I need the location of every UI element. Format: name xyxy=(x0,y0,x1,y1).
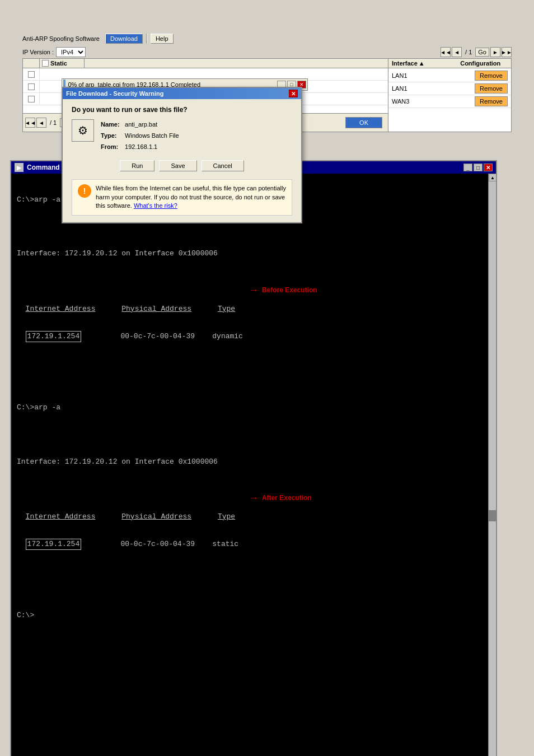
cmd-blank-8 xyxy=(17,718,477,729)
static-header-label: Static xyxy=(50,60,67,67)
warning-link[interactable]: What's the risk? xyxy=(134,202,177,209)
remove-button-2[interactable]: Remove xyxy=(475,83,508,94)
checkbox-2[interactable] xyxy=(28,83,35,90)
interface-name-2: LAN1 xyxy=(392,85,470,92)
file-details: Name: anti_arp.bat Type: Windows Batch F… xyxy=(101,119,179,152)
run-button[interactable]: Run xyxy=(120,160,154,171)
cmd-close-button[interactable]: ✕ xyxy=(484,164,493,171)
cmd-blank-3 xyxy=(17,430,477,440)
cmd-prompt-3: C:\> xyxy=(17,610,477,620)
cancel-button[interactable]: Cancel xyxy=(202,160,244,171)
right-panel-header: Interface ▲ Configuration xyxy=(388,59,511,68)
cmd-before-table-left: Internet Address Physical Address Type 1… xyxy=(17,287,243,359)
cmd-window-icon: ▶ xyxy=(15,163,24,172)
cmd-minimize-button[interactable]: _ xyxy=(463,164,472,171)
nav-prev-button[interactable]: ◄ xyxy=(452,47,462,57)
cmd-body[interactable]: C:\>arp -a Interface: 172.19.20.12 on In… xyxy=(11,174,488,756)
file-type-row: Type: Windows Batch File xyxy=(101,130,179,142)
dialog-close-button[interactable]: ✕ xyxy=(289,90,298,97)
bottom-page-info: / 1 xyxy=(48,119,59,126)
page-info: / 1 xyxy=(463,49,474,55)
checkbox-1[interactable] xyxy=(28,71,35,78)
cmd-before-table-container: Internet Address Physical Address Type 1… xyxy=(17,284,477,359)
cmd-restore-button[interactable]: □ xyxy=(474,164,483,171)
scrollbar-up-arrow[interactable]: ▲ xyxy=(489,174,496,181)
cmd-blank-6 xyxy=(17,665,477,675)
file-type-value: Windows Batch File xyxy=(125,132,179,139)
remove-button-3[interactable]: Remove xyxy=(475,96,508,106)
nav-controls: ◄◄ ◄ / 1 Go ► ►► xyxy=(441,47,512,57)
download-menu-button[interactable]: Download xyxy=(105,34,143,44)
dialog-warning: ! While files from the Internet can be u… xyxy=(72,179,292,215)
row-checkbox-1[interactable] xyxy=(23,68,40,80)
nav-last-button[interactable]: ►► xyxy=(502,47,512,57)
ip-version-dropdown[interactable]: IPv4 xyxy=(56,47,86,57)
warning-icon: ! xyxy=(78,184,91,198)
right-panel: Interface ▲ Configuration LAN1 Remove LA… xyxy=(388,59,511,132)
th-static: Static xyxy=(40,59,85,68)
dialog-title: File Download - Security Warning xyxy=(66,90,163,97)
file-name-value: anti_arp.bat xyxy=(125,121,157,128)
after-execution-annotation: → After Execution xyxy=(249,492,312,504)
cmd-after-table-left: Internet Address Physical Address Type 1… xyxy=(17,495,243,567)
right-panel-rows: LAN1 Remove LAN1 Remove WAN3 Remove xyxy=(388,68,511,109)
cmd-interface-2: Interface: 172.19.20.12 on Interface 0x1… xyxy=(17,457,477,467)
cmd-after-table-container: Internet Address Physical Address Type 1… xyxy=(17,492,477,567)
nav-next-button[interactable]: ► xyxy=(490,47,500,57)
cmd-blank-4 xyxy=(17,584,477,594)
dialog-titlebar: File Download - Security Warning ✕ xyxy=(63,88,301,99)
warning-text: While files from the Internet can be use… xyxy=(96,185,286,209)
menu-bar: Anti-ARP Spoofing Software Download Help xyxy=(22,34,512,44)
ok-button[interactable]: OK xyxy=(345,117,382,128)
file-name-row: Name: anti_arp.bat xyxy=(101,119,179,130)
cmd-prompt-2: C:\>arp -a xyxy=(17,403,477,413)
row-checkbox-2[interactable] xyxy=(23,81,40,92)
file-icon: ⚙ xyxy=(72,119,94,142)
after-execution-label: After Execution xyxy=(262,494,312,502)
config-label: Configuration xyxy=(460,60,500,67)
bottom-section: ▶ Command Prompt _ □ ✕ C:\>arp -a Interf… xyxy=(10,160,512,756)
remove-button-1[interactable]: Remove xyxy=(475,71,508,81)
cmd-header-2: Internet Address Physical Address Type xyxy=(17,512,243,522)
interface-label: Interface xyxy=(392,60,418,67)
command-prompt-window: ▶ Command Prompt _ □ ✕ C:\>arp -a Interf… xyxy=(10,160,497,756)
checkbox-3[interactable] xyxy=(28,96,35,102)
nav-first-button[interactable]: ◄◄ xyxy=(441,47,451,57)
right-panel-row-2: LAN1 Remove xyxy=(388,82,511,95)
dialog-buttons: Run Save Cancel xyxy=(72,160,292,171)
cmd-blank-9 xyxy=(17,745,477,755)
cmd-scrollbar[interactable]: ▲ ▼ xyxy=(488,174,496,756)
bottom-nav-first[interactable]: ◄◄ xyxy=(25,118,35,128)
app-title: Anti-ARP Spoofing Software xyxy=(22,35,100,42)
bottom-nav-prev[interactable]: ◄ xyxy=(36,118,46,128)
row-checkbox-3[interactable] xyxy=(23,93,40,105)
ip-version-label-text: IP Version : xyxy=(22,49,54,55)
save-button[interactable]: Save xyxy=(159,160,196,171)
file-from-row: From: 192.168.1.1 xyxy=(101,142,179,153)
file-type-label: Type: xyxy=(101,130,123,142)
file-from-label: From: xyxy=(101,142,123,153)
cmd-header-1: Internet Address Physical Address Type xyxy=(17,304,243,314)
cmd-blank-5 xyxy=(17,637,477,647)
top-section: Anti-ARP Spoofing Software Download Help… xyxy=(0,0,534,143)
cmd-window-controls: _ □ ✕ xyxy=(463,164,493,171)
scrollbar-thumb[interactable] xyxy=(489,510,496,521)
security-dialog: File Download - Security Warning ✕ Do yo… xyxy=(62,87,302,223)
warning-text-container: While files from the Internet can be use… xyxy=(96,184,286,210)
right-panel-row-3: WAN3 Remove xyxy=(388,95,511,108)
interface-column-header[interactable]: Interface ▲ xyxy=(388,59,450,68)
menu-separator xyxy=(146,34,147,44)
interface-name-1: LAN1 xyxy=(392,72,470,79)
cmd-blank-1 xyxy=(17,222,477,232)
dialog-question: Do you want to run or save this file? xyxy=(72,106,292,114)
th-checkbox xyxy=(23,59,40,68)
configuration-column-header: Configuration xyxy=(450,59,512,68)
nav-go-button[interactable]: Go xyxy=(475,48,489,57)
dialog-title-text: File Download - Security Warning xyxy=(66,90,163,97)
cmd-blank-2 xyxy=(17,376,477,386)
help-menu-button[interactable]: Help xyxy=(151,34,174,44)
file-from-value: 192.168.1.1 xyxy=(125,143,157,150)
right-panel-row-1: LAN1 Remove xyxy=(388,69,511,82)
table-header: Static xyxy=(23,59,388,68)
static-header-checkbox[interactable] xyxy=(42,60,49,67)
